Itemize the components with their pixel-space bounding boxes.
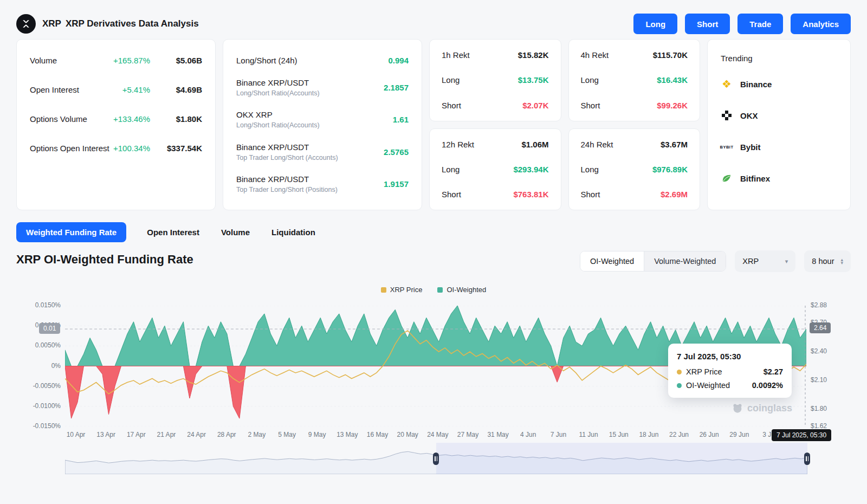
ratio-value: 0.994 [388,56,409,65]
range-handle-left[interactable] [433,453,439,465]
chart-tooltip: 7 Jul 2025, 05:30 XRP Price $2.27 OI-Wei… [668,344,792,398]
rekt-short-value: $763.81K [513,190,548,199]
range-handle-right[interactable] [804,453,810,465]
legend-oi-weighted[interactable]: OI-Weighted [437,286,486,294]
ratio-sublabel: Top Trader Long/Short (Positions) [236,186,338,193]
rekt-long-label: Long [442,75,460,85]
trending-item-bybit[interactable]: BYBIT Bybit [721,131,837,163]
ratio-label: Binance XRP/USDT [236,78,320,87]
rekt-total: $15.82K [518,50,549,60]
x-axis-label: 17 Apr [127,431,146,438]
legend-label: XRP Price [390,286,423,294]
x-axis-label: 18 Jun [639,431,658,438]
ratio-row: Binance XRP/USDTTop Trader Long/Short (A… [236,143,409,161]
x-axis-label: 24 May [427,431,448,438]
toggle-volume-weighted[interactable]: Volume-Weighted [644,251,726,271]
rekt-cards-grid: 1h Rekt$15.82K Long$13.75K Short$2.07K 4… [429,39,700,210]
chart-tabs: Weighted Funding Rate Open Interest Volu… [16,222,316,242]
y-axis-label: 0% [51,362,61,370]
stat-value: $5.06B [150,56,202,65]
ratio-row: Binance XRP/USDTTop Trader Long/Short (P… [236,175,409,193]
rekt-card-4h: 4h Rekt$115.70K Long$16.43K Short$99.26K [568,39,701,121]
current-funding-badge: 0.01 [39,323,60,334]
toggle-oi-weighted[interactable]: OI-Weighted [580,251,644,271]
bitfinex-icon [721,173,733,184]
rekt-card-1h: 1h Rekt$15.82K Long$13.75K Short$2.07K [429,39,561,121]
legend-xrp-price[interactable]: XRP Price [381,286,423,294]
y-axis-label: $1.80 [811,405,827,412]
trending-title: Trending [721,54,837,63]
y-axis-label: -0.0100% [33,402,61,410]
trending-name: OKX [740,111,758,120]
x-axis-label: 16 May [367,431,388,438]
legend-swatch-price [381,287,386,293]
rekt-short-label: Short [442,101,461,110]
x-axis-label: 29 Jun [729,431,749,438]
long-button[interactable]: Long [633,14,677,34]
rekt-total: $3.67M [661,140,688,149]
x-axis: 10 Apr13 Apr17 Apr21 Apr24 Apr28 Apr2 Ma… [65,431,806,441]
tab-liquidation[interactable]: Liquidation [270,222,316,242]
trending-item-binance[interactable]: ❖ Binance [721,68,837,100]
rekt-short-label: Short [581,101,600,110]
short-button[interactable]: Short [685,14,730,34]
stats-cards-row: Volume +165.87% $5.06B Open Interest +5.… [16,39,851,210]
x-axis-label: 27 May [457,431,478,438]
tooltip-row: XRP Price $2.27 [677,367,783,376]
interval-select[interactable]: 8 hour ▴▾ [804,250,851,272]
tooltip-value: $2.27 [764,367,783,376]
chart-legend: XRP Price OI-Weighted [0,286,867,294]
trending-item-bitfinex[interactable]: Bitfinex [721,163,837,194]
x-axis-label: 9 May [308,431,326,438]
x-axis-label: 24 Apr [187,431,206,438]
legend-label: OI-Weighted [447,286,486,294]
trending-item-okx[interactable]: OKX [721,100,837,131]
rekt-long-value: $13.75K [518,75,549,85]
analytics-button[interactable]: Analytics [791,14,851,34]
pair-select[interactable]: XRP ▾ [735,250,795,272]
rekt-total: $115.70K [653,50,688,60]
trending-name: Bybit [740,143,761,152]
x-axis-label: 11 Jun [579,431,598,438]
tab-open-interest[interactable]: Open Interest [146,222,200,242]
page-title: XRP XRP Derivatives Data Analysis [42,18,199,29]
ratio-value: 1.9157 [384,179,409,189]
y-axis-label: 0.0150% [35,301,61,309]
rekt-short-value: $2.07K [522,101,548,110]
ratio-value: 2.1857 [384,83,409,92]
tooltip-timestamp: 7 Jul 2025, 05:30 [677,352,783,361]
y-axis-label: -0.0150% [33,422,61,430]
rekt-title: 1h Rekt [442,50,470,60]
legend-swatch-oi [437,287,443,293]
stat-value: $1.80K [150,114,202,124]
rekt-long-value: $976.89K [652,165,688,174]
okx-icon [721,111,733,120]
ratio-sublabel: Long/Short Ratio(Accounts) [236,121,320,129]
ratio-value: 2.5765 [384,147,409,157]
stat-row: Options Volume +133.46% $1.80K [30,114,202,124]
current-price-badge: 2.64 [810,322,831,333]
trade-button[interactable]: Trade [737,14,783,34]
ratio-label: Binance XRP/USDT [236,175,338,184]
ratio-row: Binance XRP/USDTLong/Short Ratio(Account… [236,78,409,97]
y-axis-label: $2.40 [811,347,827,355]
coinglass-watermark: coinglass [732,402,792,414]
x-axis-label: 5 May [278,431,296,438]
stat-row: Volume +165.87% $5.06B [30,56,202,65]
x-axis-label: 4 Jun [520,431,536,438]
coin-symbol: XRP [42,18,61,29]
x-axis-label: 7 Jun [551,431,566,438]
tooltip-value: 0.0092% [752,381,783,390]
bybit-icon: BYBIT [721,145,733,150]
watermark-text: coinglass [747,403,792,414]
tab-volume[interactable]: Volume [220,222,251,242]
stat-label: Options Volume [30,114,87,124]
up-down-icon: ▴▾ [840,258,843,264]
y-axis-label: $1.62 [811,422,827,430]
x-axis-label: 13 May [337,431,358,438]
x-axis-label: 21 Apr [157,431,176,438]
rekt-title: 4h Rekt [581,50,609,60]
tooltip-label: XRP Price [686,367,722,376]
tab-weighted-funding-rate[interactable]: Weighted Funding Rate [16,222,126,242]
x-axis-label: 28 Apr [217,431,236,438]
